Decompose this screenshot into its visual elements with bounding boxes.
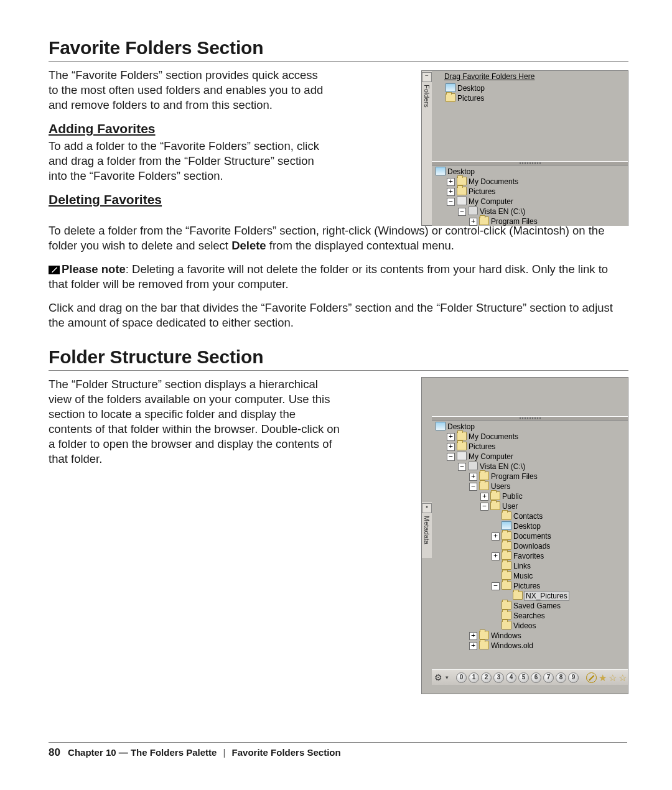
folder-icon (479, 216, 489, 225)
tree-item[interactable]: Program Files (491, 217, 538, 226)
tree-item[interactable]: Windows.old (491, 641, 533, 650)
folder-icon (502, 581, 511, 590)
section-rule (49, 370, 628, 371)
page-number: 80 (49, 746, 60, 758)
tree-item[interactable]: Pictures (513, 582, 540, 590)
folder-structure-intro: The “Folder Structure” section displays … (49, 377, 341, 467)
drag-favorites-hint: Drag Favorite Folders Here (432, 71, 628, 82)
folder-icon (490, 501, 500, 510)
tree-item[interactable]: Pictures (469, 187, 495, 196)
folder-icon (502, 541, 511, 550)
rating-button[interactable]: 6 (531, 672, 541, 683)
panel-collapse-button[interactable]: ▪ (422, 503, 432, 513)
folder-icon (457, 187, 467, 195)
favorites-intro: The “Favorite Folders” section provides … (49, 68, 330, 113)
tree-item[interactable]: Contacts (513, 512, 543, 521)
star-icon[interactable]: ☆ (609, 673, 617, 682)
drive-icon (468, 207, 478, 215)
structure-tree-large[interactable]: Desktop +My Documents +Pictures −My Comp… (432, 421, 628, 652)
folder-icon (479, 472, 489, 480)
rating-button[interactable]: 4 (506, 672, 516, 683)
panel-collapse-button[interactable]: − (422, 72, 432, 82)
tree-item[interactable]: Searches (513, 611, 545, 620)
folder-icon (502, 601, 511, 610)
tree-item[interactable]: My Computer (469, 197, 513, 206)
folder-icon (513, 591, 523, 600)
tree-item[interactable]: Windows (491, 631, 521, 640)
tree-item[interactable]: Desktop (447, 422, 475, 431)
tree-item[interactable]: Videos (513, 621, 536, 630)
star-icon[interactable]: ☆ (618, 673, 627, 682)
favorites-panel-screenshot: − Folders Drag Favorite Folders Here +De… (421, 70, 628, 226)
pane-divider[interactable] (432, 416, 628, 421)
computer-icon (457, 197, 467, 205)
pane-divider[interactable] (432, 161, 628, 165)
folder-icon (502, 571, 511, 580)
folder-icon (502, 551, 511, 560)
tree-item[interactable]: Desktop (513, 522, 541, 531)
heading-folder-structure: Folder Structure Section (49, 346, 628, 368)
subhead-adding-favorites: Adding Favorites (49, 121, 330, 136)
tree-item[interactable]: Desktop (447, 167, 475, 176)
folder-icon (457, 177, 467, 185)
tree-item[interactable]: Music (513, 572, 533, 580)
tree-item[interactable]: Documents (513, 532, 551, 541)
folder-icon (457, 432, 467, 440)
drive-icon (468, 462, 478, 470)
folder-icon (502, 531, 511, 540)
folder-icon (502, 511, 511, 520)
folder-icon (502, 621, 511, 630)
folder-icon (490, 491, 500, 500)
subhead-deleting-favorites: Deleting Favorites (49, 192, 330, 207)
tree-item[interactable]: Pictures (457, 94, 484, 103)
folder-icon (479, 631, 489, 639)
tree-item[interactable]: Desktop (457, 84, 485, 93)
desktop-icon (436, 167, 446, 175)
folder-icon (479, 481, 489, 490)
folder-icon (446, 93, 455, 102)
rating-button[interactable]: 5 (518, 672, 529, 683)
rating-button[interactable]: 3 (493, 672, 504, 683)
gear-icon[interactable]: ⚙ (434, 672, 442, 682)
adding-favorites-text: To add a folder to the “Favorite Folders… (49, 139, 330, 184)
tree-item[interactable]: Users (491, 482, 510, 491)
section-rule (49, 61, 628, 62)
star-icon[interactable]: ★ (599, 673, 607, 682)
tree-item[interactable]: My Computer (469, 452, 513, 461)
favorites-tree[interactable]: +Desktop +Pictures (432, 82, 628, 105)
tree-item[interactable]: Links (513, 562, 531, 570)
tree-item[interactable]: Favorites (513, 552, 544, 560)
panel-tab-folders[interactable]: Folders (423, 85, 431, 108)
panel-toolbar: ⚙▾ 0 1 2 3 4 5 6 7 8 9 ★ (432, 669, 628, 685)
tree-item[interactable]: Program Files (491, 472, 538, 481)
please-note-text: Please note: Deleting a favorite will no… (49, 262, 628, 292)
footer-rule (49, 742, 627, 743)
tree-item[interactable]: Downloads (513, 542, 550, 551)
folder-icon (457, 442, 467, 450)
tree-item[interactable]: Vista EN (C:\) (480, 462, 525, 471)
tree-item[interactable]: Pictures (469, 442, 495, 451)
tree-item[interactable]: Vista EN (C:\) (480, 207, 525, 216)
folder-icon (502, 611, 511, 620)
footer-chapter: Chapter 10 — The Folders Palette (68, 747, 217, 758)
no-rating-icon[interactable] (586, 672, 597, 683)
tree-item[interactable]: My Documents (469, 432, 518, 441)
tree-item[interactable]: User (502, 502, 518, 511)
rating-button[interactable]: 8 (556, 672, 566, 683)
rating-button[interactable]: 2 (481, 672, 492, 683)
panel-tab-metadata[interactable]: Metadata (423, 516, 431, 544)
rating-button[interactable]: 0 (456, 672, 467, 683)
rating-button[interactable]: 1 (469, 672, 479, 683)
folder-structure-panel-screenshot: ▪ Metadata Desktop +My Documents +Pictur… (421, 377, 628, 694)
tree-item[interactable]: Saved Games (513, 602, 561, 610)
computer-icon (457, 452, 467, 460)
note-icon (49, 266, 60, 274)
tree-item[interactable]: Public (502, 492, 523, 501)
rating-button[interactable]: 9 (568, 672, 579, 683)
tree-item[interactable]: My Documents (469, 177, 518, 186)
rating-button[interactable]: 7 (543, 672, 554, 683)
desktop-icon (446, 83, 455, 92)
tree-item-selected[interactable]: NX_Pictures (525, 592, 569, 600)
structure-tree-small[interactable]: Desktop +My Documents +Pictures −My Comp… (432, 165, 628, 226)
deleting-favorites-text: To delete a folder from the “Favorite Fo… (49, 223, 628, 253)
